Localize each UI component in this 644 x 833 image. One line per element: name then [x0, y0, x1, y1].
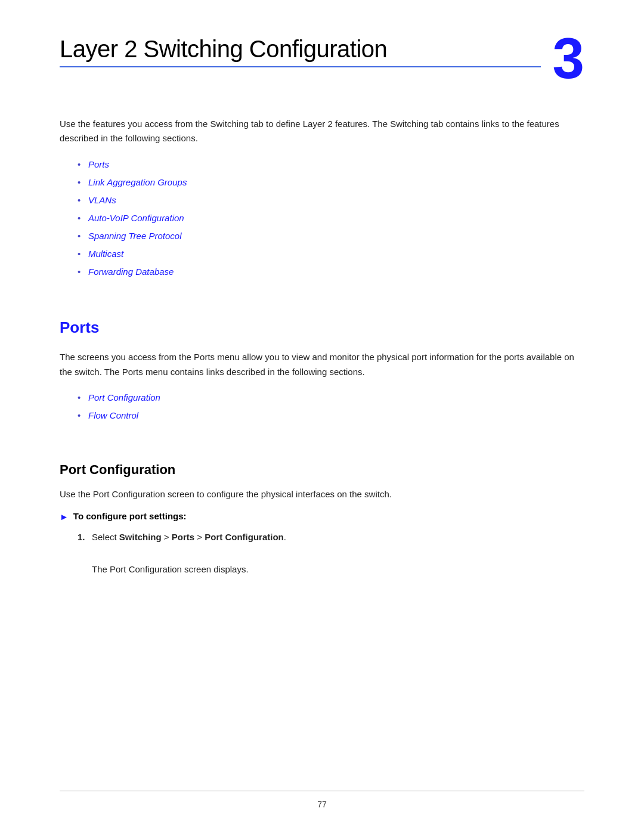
numbered-steps-list: 1. Select Switching > Ports > Port Confi…	[60, 530, 584, 550]
list-item: 1. Select Switching > Ports > Port Confi…	[78, 530, 584, 544]
ports-heading: Ports	[60, 318, 584, 338]
step-sub-text: The Port Configuration screen displays.	[60, 562, 584, 577]
procedure-label: To configure port settings:	[73, 511, 187, 521]
footer-divider	[60, 791, 584, 791]
toc-link-lag[interactable]: Link Aggregation Groups	[88, 177, 187, 187]
step-bold-switching: Switching	[119, 532, 162, 542]
list-item: VLANs	[78, 193, 584, 208]
list-item: Multicast	[78, 247, 584, 261]
page-container: Layer 2 Switching Configuration 3 Use th…	[0, 0, 644, 833]
list-item: Link Aggregation Groups	[78, 175, 584, 190]
ports-description: The screens you access from the Ports me…	[60, 350, 584, 380]
intro-text: Use the features you access from the Swi…	[60, 117, 584, 145]
toc-link-ports[interactable]: Ports	[88, 159, 109, 169]
ports-links-list: Port Configuration Flow Control	[60, 391, 584, 426]
chapter-title-block: Layer 2 Switching Configuration	[60, 36, 541, 67]
chapter-divider	[60, 66, 541, 67]
procedure-item: ► To configure port settings:	[60, 511, 584, 522]
chapter-number: 3	[553, 30, 584, 87]
link-port-configuration[interactable]: Port Configuration	[88, 392, 160, 402]
page-footer: 77	[60, 791, 584, 809]
toc-link-autovoip[interactable]: Auto-VoIP Configuration	[88, 213, 184, 223]
toc-link-stp[interactable]: Spanning Tree Protocol	[88, 231, 181, 241]
port-configuration-heading: Port Configuration	[60, 462, 584, 478]
list-item: Port Configuration	[78, 391, 584, 405]
step-text: Select Switching > Ports > Port Configur…	[92, 532, 286, 542]
page-spacer	[60, 583, 584, 785]
list-item: Ports	[78, 157, 584, 172]
step-bold-ports: Ports	[172, 532, 194, 542]
procedure-arrow-icon: ►	[60, 512, 69, 522]
chapter-title: Layer 2 Switching Configuration	[60, 36, 541, 63]
toc-link-vlans[interactable]: VLANs	[88, 195, 116, 205]
toc-list: Ports Link Aggregation Groups VLANs Auto…	[60, 157, 584, 283]
page-number: 77	[317, 800, 327, 809]
step-bold-port-config: Port Configuration	[205, 532, 283, 542]
port-configuration-description: Use the Port Configuration screen to con…	[60, 487, 584, 502]
step-number: 1.	[78, 530, 85, 544]
list-item: Forwarding Database	[78, 265, 584, 279]
list-item: Auto-VoIP Configuration	[78, 211, 584, 225]
chapter-header: Layer 2 Switching Configuration 3	[60, 36, 584, 87]
toc-link-fdb[interactable]: Forwarding Database	[88, 267, 174, 277]
link-flow-control[interactable]: Flow Control	[88, 410, 138, 420]
list-item: Flow Control	[78, 408, 584, 423]
toc-link-multicast[interactable]: Multicast	[88, 249, 123, 259]
list-item: Spanning Tree Protocol	[78, 229, 584, 243]
